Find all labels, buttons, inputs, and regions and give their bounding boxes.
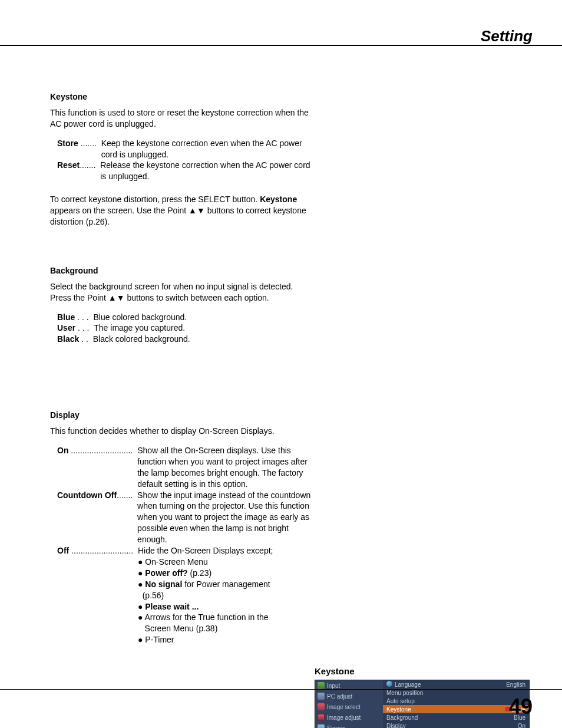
desc-blue: Blue colored background. bbox=[93, 312, 315, 323]
term-black: Black bbox=[57, 334, 79, 345]
keystone-note: To correct keystone distortion, press th… bbox=[50, 194, 315, 228]
osd-row-auto-setup: Auto setup bbox=[383, 697, 529, 705]
osd-row-label: Auto setup bbox=[386, 698, 415, 704]
display-off-row: Off ........................... Hide the… bbox=[57, 545, 315, 645]
bg-black-row: Black . . Black colored background. bbox=[57, 334, 315, 345]
osd-row-language: LanguageEnglish bbox=[383, 680, 529, 689]
footer-rule bbox=[0, 689, 562, 690]
osd1-main: LanguageEnglishMenu positionAuto setupKe… bbox=[383, 680, 529, 728]
left-column: Keystone This function is used to store … bbox=[50, 91, 315, 645]
globe-icon bbox=[386, 681, 392, 687]
term-countdown-off: Countdown Off bbox=[57, 490, 117, 545]
desc-on: Show all the On-Screen displays. Use thi… bbox=[137, 445, 315, 490]
page-number: 49 bbox=[509, 694, 533, 719]
bg-user-row: User . . . The image you captured. bbox=[57, 322, 315, 334]
input-icon bbox=[318, 682, 325, 689]
osd-side-image-select: Image select bbox=[315, 701, 383, 712]
osd-row-keystone: KeystoneStore bbox=[383, 705, 529, 713]
screen-icon bbox=[318, 724, 325, 728]
dots: ....... bbox=[80, 160, 100, 182]
osd-side-label: Input bbox=[327, 683, 340, 689]
osd-side-pc-adjust: PC adjust bbox=[315, 691, 383, 701]
osd-row-menu-position: Menu position bbox=[383, 689, 529, 697]
desc-black: Black colored background. bbox=[93, 334, 315, 345]
dots: ....... bbox=[117, 490, 137, 545]
bg-blue-row: Blue . . . Blue colored background. bbox=[57, 312, 315, 323]
osd-screenshot-1: InputPC adjustImage selectImage adjustSc… bbox=[315, 680, 530, 728]
off-lead: Hide the On-Screen Displays except; bbox=[138, 546, 273, 555]
term-blue: Blue bbox=[57, 312, 75, 323]
osd-row-label: Background bbox=[386, 714, 418, 721]
term-store: Store bbox=[57, 138, 78, 160]
osd-side-label: Image select bbox=[327, 704, 361, 710]
display-cd-row: Countdown Off ....... Show the input ima… bbox=[57, 490, 315, 545]
imgadj-icon bbox=[318, 714, 325, 721]
off-b4a: ● bbox=[138, 602, 145, 611]
dots: ....... bbox=[78, 138, 101, 160]
off-b2b: Power off? bbox=[145, 568, 187, 578]
osd-row-display: DisplayOn bbox=[383, 722, 529, 728]
pc-icon bbox=[318, 693, 325, 700]
background-intro: Select the background screen for when no… bbox=[50, 281, 315, 304]
osd-side-image-adjust: Image adjust bbox=[315, 712, 383, 723]
right-column: Keystone InputPC adjustImage selectImage… bbox=[315, 645, 533, 728]
dots: ........................... bbox=[69, 545, 138, 645]
osd-row-label: Keystone bbox=[386, 706, 411, 713]
osd-side-label: Image adjust bbox=[327, 714, 361, 721]
off-b1: ● On-Screen Menu bbox=[138, 557, 208, 566]
off-b3a: ● bbox=[138, 579, 145, 589]
keystone-reset-row: Reset ....... Release the keystone corre… bbox=[57, 160, 315, 182]
term-user: User bbox=[57, 322, 75, 334]
off-b4b: Please wait ... bbox=[145, 602, 199, 611]
note-pre: To correct keystone distortion, press th… bbox=[50, 195, 260, 204]
osd-row-label: Menu position bbox=[386, 690, 423, 696]
off-b6: ● P-Timer bbox=[138, 635, 174, 644]
off-b5b: Screen Menu (p.38) bbox=[138, 624, 217, 633]
display-on-row: On ........................... Show all … bbox=[57, 445, 315, 490]
header-rule bbox=[0, 45, 562, 46]
dots: . . bbox=[79, 334, 92, 345]
term-on: On bbox=[57, 445, 68, 490]
imgsel-icon bbox=[318, 703, 325, 710]
off-b3b: No signal bbox=[145, 579, 182, 589]
term-off: Off bbox=[57, 545, 69, 645]
osd-side-label: PC adjust bbox=[327, 693, 352, 700]
desc-store: Keep the keystone correction even when t… bbox=[101, 138, 315, 160]
dots: . . . bbox=[75, 312, 93, 323]
dots: . . . bbox=[75, 322, 94, 334]
display-intro: This function decides whether to display… bbox=[50, 426, 315, 437]
note-mid: appears on the screen. Use the Point ▲▼ … bbox=[50, 206, 306, 226]
keystone-intro: This function is used to store or reset … bbox=[50, 107, 315, 130]
osd-row-value: On bbox=[518, 723, 525, 728]
desc-off: Hide the On-Screen Displays except; ● On… bbox=[138, 545, 315, 645]
off-b3c: for Power management bbox=[182, 579, 270, 589]
note-bold: Keystone bbox=[260, 195, 297, 204]
osd-label: Keystone bbox=[315, 666, 533, 676]
osd-row-value: English bbox=[506, 681, 525, 688]
keystone-heading: Keystone bbox=[50, 91, 315, 103]
osd-row-background: BackgroundBlue bbox=[383, 713, 529, 722]
desc-reset: Release the keystone correction when the… bbox=[100, 160, 315, 182]
osd-side-label: Screen bbox=[327, 725, 346, 728]
osd-row-label: Language bbox=[386, 681, 421, 688]
dots: ........................... bbox=[68, 445, 137, 490]
osd-row-label: Display bbox=[386, 723, 406, 728]
keystone-store-row: Store ....... Keep the keystone correcti… bbox=[57, 138, 315, 160]
term-reset: Reset bbox=[57, 160, 80, 182]
off-b3d: (p.56) bbox=[138, 591, 164, 600]
osd1-sidebar: InputPC adjustImage selectImage adjustSc… bbox=[315, 680, 383, 728]
desc-user: The image you captured. bbox=[94, 322, 315, 334]
osd-side-screen: Screen bbox=[315, 723, 383, 728]
display-heading: Display bbox=[50, 410, 315, 421]
off-b2a: ● bbox=[138, 568, 145, 578]
desc-countdown-off: Show the input image instead of the coun… bbox=[137, 490, 315, 545]
background-heading: Background bbox=[50, 265, 315, 276]
off-b2c: (p.23) bbox=[188, 568, 211, 578]
off-b5: ● Arrows for the True function in the bbox=[138, 612, 269, 622]
page-header: Setting bbox=[481, 27, 533, 45]
